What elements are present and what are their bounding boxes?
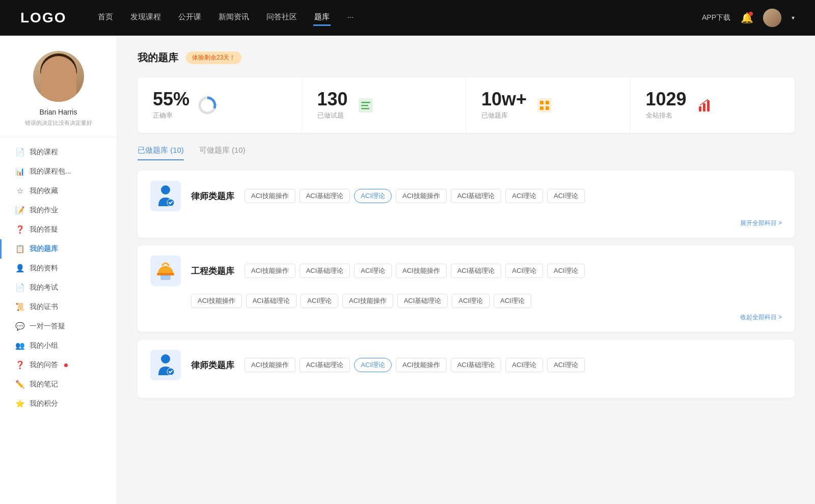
sidebar-item-course-package[interactable]: 📊 我的课程包... (0, 162, 117, 181)
bell-dot (749, 12, 753, 16)
stat-done-questions-label: 已做试题 (317, 111, 348, 120)
profile-motto: 错误的决定比没有决定要好 (10, 119, 106, 127)
sidebar-item-certificate[interactable]: 📜 我的证书 (0, 297, 117, 317)
bank-tag[interactable]: ACI基础理论 (451, 264, 502, 278)
sidebar-item-exam[interactable]: 📄 我的考试 (0, 278, 117, 297)
bank-tag[interactable]: ACI理论 (505, 264, 543, 278)
sidebar-item-my-qa[interactable]: ❓ 我的问答 (0, 355, 117, 375)
bank-tag[interactable]: ACI技能操作 (191, 294, 242, 308)
bank-tag[interactable]: ACI理论 (547, 189, 585, 203)
stat-done-questions-number: 130 (317, 90, 348, 108)
bank-name-lawyer: 律师类题库 (191, 190, 234, 202)
bank-tag[interactable]: ACI理论 (452, 294, 490, 308)
bank-tag[interactable]: ACI理论 (301, 294, 338, 308)
bank-tag[interactable]: ACI理论 (547, 264, 585, 278)
main-content: 我的题库 体验剩余23天！ 55% 正确率 (117, 36, 815, 504)
nav-link-home[interactable]: 首页 (97, 10, 114, 26)
bank-tag[interactable]: ACI技能操作 (396, 264, 447, 278)
sidebar-item-group[interactable]: 👥 我的小组 (0, 336, 117, 355)
bank-tag[interactable]: ACI技能操作 (396, 358, 447, 372)
sidebar-item-one-on-one[interactable]: 💬 一对一答疑 (0, 317, 117, 336)
bank-tag[interactable]: ACI理论 (494, 294, 531, 308)
sidebar-item-questions[interactable]: ❓ 我的答疑 (0, 220, 117, 239)
sidebar-item-label: 一对一答疑 (30, 322, 65, 331)
nav-link-bank[interactable]: 题库 (313, 10, 331, 26)
expand-all-button-1[interactable]: 展开全部科目 > (150, 219, 782, 228)
stat-done-banks-number: 10w+ (481, 90, 527, 108)
my-qa-icon: ❓ (15, 360, 24, 370)
sidebar-item-notes[interactable]: ✏️ 我的笔记 (0, 375, 117, 394)
package-icon: 📊 (15, 167, 24, 176)
sidebar-item-bank[interactable]: 📋 我的题库 (0, 239, 117, 259)
stats-row: 55% 正确率 130 已做试题 (138, 77, 795, 133)
svg-rect-13 (707, 100, 710, 111)
bank-tag[interactable]: ACI基础理论 (300, 264, 350, 278)
bank-tag[interactable]: ACI技能操作 (244, 358, 295, 372)
bank-name-lawyer-2: 律师类题库 (191, 359, 234, 371)
nav-link-discover[interactable]: 发现课程 (129, 10, 162, 26)
bank-tag-highlighted[interactable]: ACI理论 (354, 358, 392, 372)
bank-tag[interactable]: ACI基础理论 (300, 358, 350, 372)
nav-link-qa[interactable]: 问答社区 (265, 10, 298, 26)
homework-icon: 📝 (15, 206, 24, 215)
sidebar-item-points[interactable]: ⭐ 我的积分 (0, 394, 117, 413)
sidebar-item-label: 我的课程 (30, 148, 58, 157)
tab-available-banks[interactable]: 可做题库 (10) (199, 146, 246, 160)
bank-header: 工程类题库 ACI技能操作 ACI基础理论 ACI理论 ACI技能操作 ACI基… (150, 256, 782, 286)
bank-tag[interactable]: ACI理论 (505, 358, 543, 372)
collapse-all-button[interactable]: 收起全部科目 > (150, 313, 782, 322)
avatar-face (41, 56, 76, 102)
stat-rank-label: 全站排名 (646, 111, 687, 120)
svg-rect-5 (361, 108, 369, 109)
chat-icon: 💬 (15, 322, 24, 331)
profile-icon: 👤 (15, 264, 24, 273)
user-dropdown-arrow[interactable]: ▾ (792, 14, 795, 21)
course-icon: 📄 (15, 148, 24, 157)
svg-rect-8 (546, 101, 549, 104)
logo: LOGO (20, 10, 66, 26)
svg-rect-4 (361, 105, 368, 106)
nav-link-more[interactable]: ··· (346, 10, 355, 26)
bank-tag[interactable]: ACI理论 (354, 264, 392, 278)
grid-icon (534, 95, 555, 116)
star-icon: ☆ (15, 186, 24, 195)
sidebar-item-label: 我的问答 (30, 360, 58, 370)
svg-rect-11 (699, 106, 701, 111)
stat-accuracy-number: 55% (153, 90, 189, 108)
sidebar: Brian Harris 错误的决定比没有决定要好 📄 我的课程 📊 我的课程包… (0, 36, 117, 504)
list-icon (356, 95, 376, 116)
notification-bell[interactable]: 🔔 (741, 12, 753, 24)
sidebar-item-favorites[interactable]: ☆ 我的收藏 (0, 181, 117, 201)
nav-link-news[interactable]: 新闻资讯 (218, 10, 250, 26)
sidebar-item-profile[interactable]: 👤 我的资料 (0, 259, 117, 278)
bank-tag[interactable]: ACI基础理论 (397, 294, 448, 308)
page-header: 我的题库 体验剩余23天！ (138, 51, 795, 65)
nav-link-opencourse[interactable]: 公开课 (177, 10, 202, 26)
bank-tag[interactable]: ACI理论 (505, 189, 543, 203)
bank-section-engineering: 工程类题库 ACI技能操作 ACI基础理论 ACI理论 ACI技能操作 ACI基… (138, 245, 795, 332)
bank-tag[interactable]: ACI理论 (547, 358, 585, 372)
app-download-button[interactable]: APP下载 (702, 13, 730, 22)
stat-accuracy: 55% 正确率 (138, 77, 302, 133)
sidebar-item-homework[interactable]: 📝 我的作业 (0, 201, 117, 220)
sidebar-menu: 📄 我的课程 📊 我的课程包... ☆ 我的收藏 📝 我的作业 ❓ 我的答疑 📋 (0, 137, 117, 418)
bank-tag[interactable]: ACI基础理论 (451, 358, 502, 372)
bank-tag[interactable]: ACI技能操作 (342, 294, 393, 308)
bank-tag[interactable]: ACI基础理论 (451, 189, 502, 203)
svg-rect-6 (537, 98, 552, 113)
bank-tag[interactable]: ACI技能操作 (244, 189, 295, 203)
bank-tag[interactable]: ACI技能操作 (244, 264, 295, 278)
accuracy-donut-icon (197, 95, 218, 116)
sidebar-item-my-course[interactable]: 📄 我的课程 (0, 143, 117, 162)
bank-tag[interactable]: ACI基础理论 (246, 294, 297, 308)
avatar[interactable] (763, 9, 781, 27)
sidebar-item-label: 我的答疑 (30, 225, 58, 234)
bank-tag[interactable]: ACI技能操作 (396, 189, 447, 203)
tab-done-banks[interactable]: 已做题库 (10) (138, 146, 184, 160)
bank-tag-highlighted[interactable]: ACI理论 (354, 189, 392, 203)
points-icon: ⭐ (15, 399, 24, 408)
sidebar-item-label: 我的资料 (30, 264, 58, 273)
profile-name: Brian Harris (10, 108, 106, 116)
svg-rect-9 (540, 106, 544, 110)
bank-tag[interactable]: ACI基础理论 (300, 189, 350, 203)
